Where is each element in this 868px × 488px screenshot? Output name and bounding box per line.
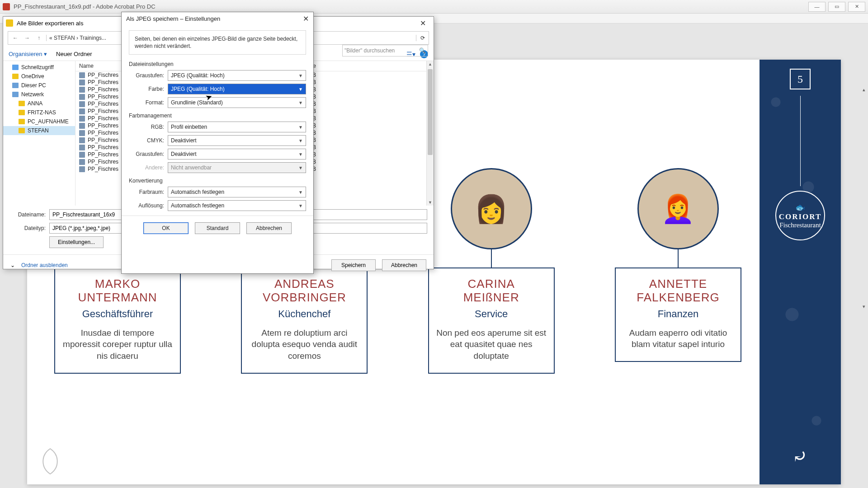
page-scroll-down-icon[interactable]: ▾ xyxy=(860,304,868,310)
tree-node[interactable]: ANNA xyxy=(3,99,75,108)
file-name: PP_Fischres xyxy=(88,159,118,165)
avatar: 👩 xyxy=(451,168,532,249)
file-name: PP_Fischres xyxy=(88,122,118,129)
settings-button[interactable]: Einstellungen... xyxy=(49,236,104,248)
value-color: JPEG (Qualität: Hoch) xyxy=(171,86,225,92)
tree-label: ANNA xyxy=(28,100,42,107)
avatar: 👩‍🦰 xyxy=(637,168,719,249)
value-rgb: Profil einbetten xyxy=(171,124,207,130)
folder-tree: SchnellzugriffOneDriveDieser PCNetzwerkA… xyxy=(3,61,75,206)
tree-node[interactable]: STEFAN xyxy=(3,126,75,135)
tree-label: Dieser PC xyxy=(21,82,46,89)
group-color-mgmt: Farbmanagement xyxy=(129,113,306,119)
value-resolution: Automatisch festlegen xyxy=(171,202,224,209)
file-list-scrollbar[interactable]: ▲ ▼ xyxy=(426,61,434,206)
select-resolution[interactable]: Automatisch festlegen▼ xyxy=(168,200,306,211)
jpeg-dialog-close-button[interactable]: ✕ xyxy=(303,14,309,23)
window-maximize-button[interactable]: ▭ xyxy=(828,2,845,12)
standard-button[interactable]: Standard xyxy=(195,222,240,234)
scroll-up-icon[interactable]: ▲ xyxy=(427,62,434,66)
jpeg-info-text: Seiten, bei denen ein einzelnes JPEG-Bil… xyxy=(129,30,306,55)
group-conversion: Konvertierung xyxy=(129,178,306,184)
ok-button[interactable]: OK xyxy=(143,222,189,234)
cancel-button[interactable]: Abbrechen xyxy=(382,259,426,271)
chevron-down-icon: ▼ xyxy=(298,87,303,92)
search-input[interactable]: "Bilder" durchsuchen 🔍 xyxy=(342,45,428,56)
team-card: 👩‍🦰ANNETTEFALKENBERGFinanzenAudam eaperr… xyxy=(615,168,741,374)
window-minimize-button[interactable]: — xyxy=(808,2,826,12)
team-card-box: CARINAMEIßNERServiceNon ped eos aperume … xyxy=(428,267,555,374)
select-color[interactable]: JPEG (Qualität: Hoch)▼ xyxy=(168,84,306,94)
folder-icon xyxy=(12,74,19,79)
refresh-icon[interactable]: ⟳ xyxy=(416,35,429,41)
page-scroll-up-icon[interactable]: ▴ xyxy=(860,87,868,93)
file-icon xyxy=(79,94,85,100)
team-name: ANNETTEFALKENBERG xyxy=(622,277,734,305)
team-role: Finanzen xyxy=(622,308,734,320)
tree-node[interactable]: Netzwerk xyxy=(3,90,75,99)
file-name: PP_Fischres xyxy=(88,108,118,114)
file-icon xyxy=(79,80,85,85)
label-other: Andere: xyxy=(129,164,168,171)
tree-node[interactable]: PC_AUFNAHME xyxy=(3,117,75,126)
label-resolution: Auflösung: xyxy=(129,202,168,209)
brand-name: CORIORT xyxy=(779,212,822,221)
file-icon xyxy=(79,72,85,78)
scroll-down-icon[interactable]: ▼ xyxy=(427,200,434,205)
folder-icon xyxy=(12,83,19,88)
chevron-down-icon: ▼ xyxy=(298,152,303,157)
toggle-folders-caret[interactable]: ⌄ xyxy=(10,262,15,268)
side-strip: 5 🐟 CORIORT Fischrestaurant ⤾ xyxy=(760,60,841,484)
hide-folders-link[interactable]: Ordner ausblenden xyxy=(21,262,68,268)
folder-icon xyxy=(19,110,25,115)
nav-up-icon[interactable]: ↑ xyxy=(34,35,43,41)
scroll-thumb[interactable] xyxy=(428,69,433,155)
file-icon xyxy=(79,101,85,107)
organize-menu[interactable]: Organisieren ▾ xyxy=(9,51,47,57)
app-title: PP_Fischrestaurant_16x9.pdf - Adobe Acro… xyxy=(14,3,156,10)
tree-label: OneDrive xyxy=(21,73,44,80)
file-name: PP_Fischres xyxy=(88,94,118,100)
label-cmyk: CMYK: xyxy=(129,137,168,144)
nav-forward-icon[interactable]: → xyxy=(23,35,32,41)
save-button[interactable]: Speichern xyxy=(331,259,376,271)
select-cmyk[interactable]: Deaktiviert▼ xyxy=(168,135,306,146)
new-folder-button[interactable]: Neuer Ordner xyxy=(56,51,92,57)
export-dialog-close-button[interactable]: ✕ xyxy=(415,19,431,28)
file-icon xyxy=(79,152,85,158)
value-colorspace: Automatisch festlegen xyxy=(171,189,224,195)
chevron-down-icon: ▼ xyxy=(298,138,303,143)
folder-icon xyxy=(6,19,13,27)
file-name: PP_Fischres xyxy=(88,137,118,143)
hook-icon: ⤾ xyxy=(793,446,808,466)
team-card-box: MARKOUNTERMANNGeschäftsführerInusdae di … xyxy=(54,267,181,374)
team-name: MARKOUNTERMANN xyxy=(61,277,174,305)
chevron-down-icon: ▼ xyxy=(298,165,303,170)
select-colorspace[interactable]: Automatisch festlegen▼ xyxy=(168,187,306,197)
file-icon xyxy=(79,108,85,114)
select-format[interactable]: Grundlinie (Standard)▼ xyxy=(168,97,306,108)
tree-node[interactable]: OneDrive xyxy=(3,72,75,81)
team-role: Küchenchef xyxy=(248,308,360,320)
tree-node[interactable]: Dieser PC xyxy=(3,81,75,90)
tree-node[interactable]: FRITZ-NAS xyxy=(3,108,75,117)
select-grayscale[interactable]: JPEG (Qualität: Hoch)▼ xyxy=(168,70,306,81)
brand-sub: Fischrestaurant xyxy=(779,221,821,229)
tree-label: PC_AUFNAHME xyxy=(28,118,69,125)
side-line xyxy=(800,96,801,186)
team-card: 👩CARINAMEIßNERServiceNon ped eos aperume… xyxy=(428,168,555,374)
team-desc: Atem re doluptium arci dolupta esequo ve… xyxy=(248,327,360,362)
file-name: PP_Fischres xyxy=(88,130,118,136)
nav-back-icon[interactable]: ← xyxy=(11,35,20,41)
folder-icon xyxy=(12,92,19,97)
tree-label: FRITZ-NAS xyxy=(28,109,56,116)
jpeg-settings-dialog: Als JPEG speichern – Einstellungen ✕ Sei… xyxy=(121,12,314,274)
label-color: Farbe: xyxy=(129,86,168,92)
select-rgb[interactable]: Profil einbetten▼ xyxy=(168,122,306,132)
label-colorspace: Farbraum: xyxy=(129,189,168,195)
select-gray2[interactable]: Deaktiviert▼ xyxy=(168,149,306,160)
tree-node[interactable]: Schnellzugriff xyxy=(3,63,75,72)
file-name: PP_Fischres xyxy=(88,115,118,122)
window-close-button[interactable]: ✕ xyxy=(848,2,865,12)
cancel-button-jpeg[interactable]: Abbrechen xyxy=(246,222,292,234)
